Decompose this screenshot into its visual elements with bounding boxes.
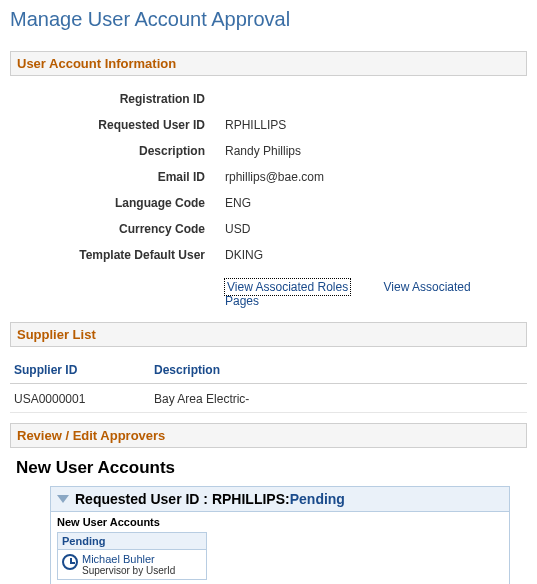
new-user-accounts-title: New User Accounts: [16, 458, 527, 478]
approver-role: Supervisor by UserId: [82, 565, 175, 576]
value-requested-user-id: RPHILLIPS: [215, 112, 527, 138]
user-account-info-table: Registration ID Requested User ID RPHILL…: [10, 86, 527, 268]
approver-status: Pending: [58, 533, 206, 550]
workflow-header-text: Requested User ID : RPHILLIPS:Pending: [75, 491, 345, 507]
approver-body: Michael Buhler Supervisor by UserId: [58, 550, 206, 579]
approver-box: Pending Michael Buhler Supervisor by Use…: [57, 532, 207, 580]
clock-icon: [62, 554, 78, 570]
section-supplier-list-header: Supplier List: [10, 322, 527, 347]
label-requested-user-id: Requested User ID: [10, 112, 215, 138]
label-description: Description: [10, 138, 215, 164]
workflow-subtitle: New User Accounts: [57, 516, 503, 528]
workflow-header-status: Pending: [290, 491, 345, 507]
value-template-default-user: DKING: [215, 242, 527, 268]
collapse-icon[interactable]: [57, 495, 69, 503]
section-review-approvers-header: Review / Edit Approvers: [10, 423, 527, 448]
workflow-header[interactable]: Requested User ID : RPHILLIPS:Pending: [50, 486, 510, 512]
cell-supplier-id: USA0000001: [10, 384, 150, 413]
approver-name-link[interactable]: Michael Buhler: [82, 553, 175, 565]
workflow-body: New User Accounts Pending Michael Buhler…: [50, 512, 510, 584]
label-email-id: Email ID: [10, 164, 215, 190]
label-language-code: Language Code: [10, 190, 215, 216]
supplier-list-grid: Supplier ID Description USA0000001 Bay A…: [10, 357, 527, 413]
cell-description: Bay Area Electric-: [150, 384, 527, 413]
label-template-default-user: Template Default User: [10, 242, 215, 268]
associated-links-row: View Associated Roles View Associated Pa…: [10, 274, 527, 322]
col-supplier-id[interactable]: Supplier ID: [10, 357, 150, 384]
col-description[interactable]: Description: [150, 357, 527, 384]
page-title: Manage User Account Approval: [10, 8, 527, 31]
value-language-code: ENG: [215, 190, 527, 216]
value-description: Randy Phillips: [215, 138, 527, 164]
value-email-id: rphillips@bae.com: [215, 164, 527, 190]
workflow-header-label: Requested User ID : RPHILLIPS:: [75, 491, 290, 507]
label-registration-id: Registration ID: [10, 86, 215, 112]
workflow-box: Requested User ID : RPHILLIPS:Pending Ne…: [50, 486, 510, 584]
label-currency-code: Currency Code: [10, 216, 215, 242]
value-registration-id: [215, 86, 527, 112]
view-associated-roles-link[interactable]: View Associated Roles: [225, 279, 350, 295]
table-row: USA0000001 Bay Area Electric-: [10, 384, 527, 413]
value-currency-code: USD: [215, 216, 527, 242]
section-user-account-info-header: User Account Information: [10, 51, 527, 76]
